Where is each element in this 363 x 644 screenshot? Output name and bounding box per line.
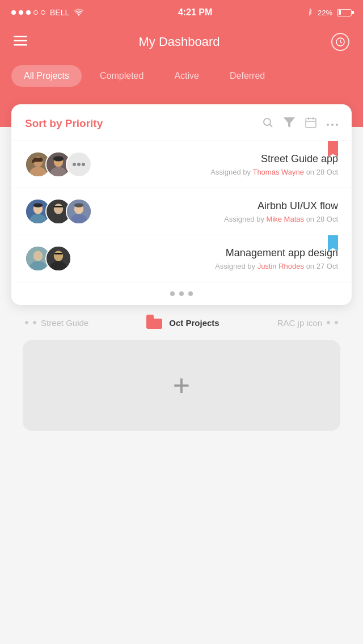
svg-point-24 [73,163,76,166]
status-time: 4:21 PM [178,7,212,18]
bottom-nav: Street Guide Oct Projects RAC jp icon [11,305,352,340]
bluetooth-icon [306,7,313,18]
nav-dot-right2 [335,321,338,324]
card-header: Sort by Priority [11,104,352,141]
main-content: Sort by Priority [0,93,363,431]
page-dots [11,282,352,305]
svg-point-40 [33,251,43,261]
project-meta-2: Assigned by Mike Matas on 28 Oct [101,215,338,223]
avatar-3b [45,245,71,272]
project-item-3[interactable]: Management app design Assigned by Justin… [11,235,352,282]
svg-rect-18 [33,158,43,162]
svg-point-13 [331,124,334,126]
svg-point-25 [77,163,81,166]
svg-rect-19 [32,160,35,163]
avatar-2c [66,198,92,224]
status-right: 22% [306,7,352,18]
clock-button[interactable] [331,33,349,51]
signal-dots [11,10,45,15]
svg-point-30 [33,203,43,207]
nav-dot-left2 [33,321,36,324]
signal-dot-5 [41,10,45,15]
avatars-1 [25,151,92,177]
signal-dot-4 [33,10,38,15]
project-item-2[interactable]: Airbnb UI/UX flow Assigned by Mike Matas… [11,188,352,235]
battery-percent: 22% [318,9,332,17]
project-info-3: Management app design Assigned by Justin… [81,247,338,270]
calendar-button[interactable] [305,117,316,130]
svg-point-14 [336,124,338,126]
svg-point-12 [327,124,329,126]
svg-rect-45 [54,253,63,255]
add-icon[interactable]: + [173,371,190,400]
page-title: My Dashboard [138,35,220,49]
menu-button[interactable] [14,36,27,48]
svg-rect-0 [14,36,27,37]
project-meta-1: Assigned by Thomas Wayne on 28 Oct [101,168,338,176]
project-title-1: Street Guide app [101,153,338,165]
svg-point-6 [264,118,271,125]
avatar-more-1[interactable] [66,151,92,177]
tab-bar: All Projects Completed Active Deferred [0,59,363,93]
assignee-1: Thomas Wayne [252,168,304,176]
search-button[interactable] [262,117,273,130]
date-3: 27 Oct [316,262,338,270]
projects-card: Sort by Priority [11,104,352,305]
svg-point-32 [54,204,63,214]
nav-dot-right [327,321,330,324]
more-button[interactable] [327,118,338,129]
filter-button[interactable] [284,117,295,130]
nav-street-guide[interactable]: Street Guide [25,318,88,328]
signal-dot-2 [19,10,23,15]
svg-rect-34 [54,206,63,207]
svg-point-38 [74,203,83,207]
svg-point-23 [53,156,64,161]
date-2: 28 Oct [316,215,338,223]
nav-rac-jp[interactable]: RAC jp icon [277,318,338,328]
nav-label-oct: Oct Projects [169,318,219,328]
wifi-icon [74,8,84,18]
folder-icon [146,316,162,329]
tab-all-projects[interactable]: All Projects [11,65,82,87]
svg-rect-2 [14,44,27,46]
project-item-1[interactable]: Street Guide app Assigned by Thomas Wayn… [11,141,352,188]
avatars-2 [25,198,92,224]
svg-line-7 [270,125,273,128]
status-left: BELL [11,8,84,18]
nav-label-rac: RAC jp icon [277,318,322,328]
dot-3 [188,291,193,296]
nav-dot-left [25,321,28,324]
project-info-1: Street Guide app Assigned by Thomas Wayn… [101,153,338,176]
project-title-2: Airbnb UI/UX flow [101,200,338,212]
signal-dot-3 [26,10,31,15]
status-bar: BELL 4:21 PM 22% [0,0,363,25]
avatars-3 [25,245,71,272]
dot-1 [170,291,175,296]
tab-completed[interactable]: Completed [87,65,156,87]
battery-icon [337,9,352,16]
nav-oct-projects[interactable]: Oct Projects [146,316,219,329]
dot-2 [179,291,184,296]
svg-rect-1 [14,40,27,42]
carrier-label: BELL [50,8,69,17]
assignee-3: Justin Rhodes [258,262,304,270]
svg-point-26 [82,163,85,166]
svg-point-43 [54,251,63,261]
signal-dot-1 [11,10,16,15]
project-info-2: Airbnb UI/UX flow Assigned by Mike Matas… [101,200,338,223]
project-meta-3: Assigned by Justin Rhodes on 27 Oct [81,262,338,270]
assignee-2: Mike Matas [267,215,304,223]
card-actions [262,117,338,130]
project-title-3: Management app design [81,247,338,259]
sort-label: Sort by Priority [25,117,262,130]
add-card[interactable]: + [23,340,340,431]
date-1: 28 Oct [316,168,338,176]
tab-active[interactable]: Active [162,65,212,87]
nav-label-street: Street Guide [41,318,88,328]
svg-line-5 [340,42,342,43]
tab-deferred[interactable]: Deferred [217,65,277,87]
app-header: My Dashboard [0,25,363,59]
svg-rect-8 [306,118,316,128]
